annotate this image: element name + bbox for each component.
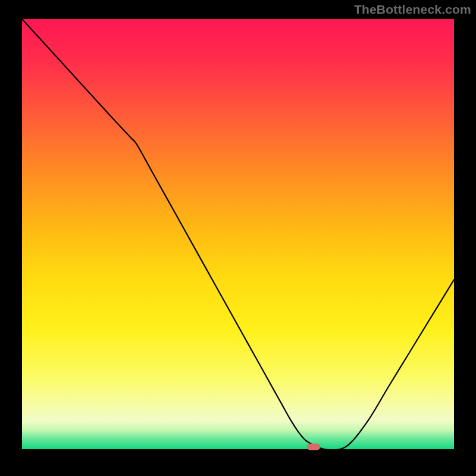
plot-area	[22, 19, 454, 449]
watermark-text: TheBottleneck.com	[354, 2, 471, 17]
optimal-marker	[307, 444, 320, 450]
bottleneck-curve	[22, 19, 454, 449]
